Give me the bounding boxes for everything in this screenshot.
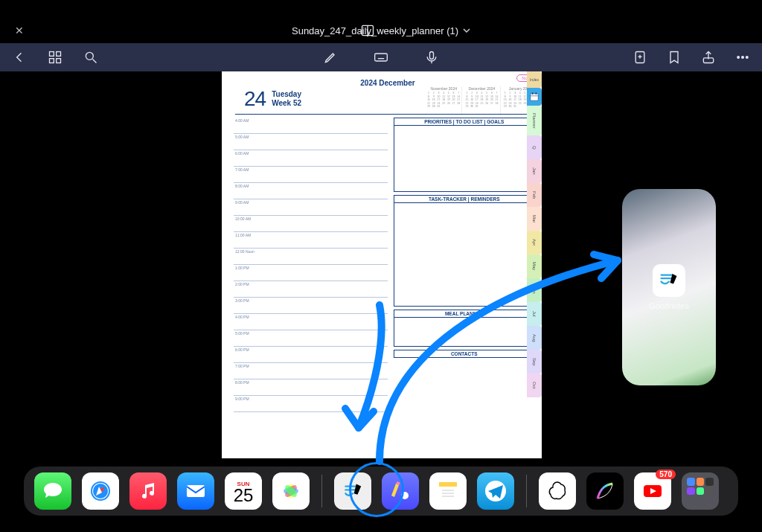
meal-panel[interactable]: MEAL PLANNER — [394, 310, 534, 347]
search-button[interactable] — [83, 50, 98, 65]
hourly-schedule[interactable]: 4:00 AM5:00 AM6:00 AM7:00 AM8:00 AM9:00 … — [234, 118, 388, 446]
svg-point-20 — [737, 57, 740, 59]
panel-title: TASK-TRACKER | REMINDERS — [394, 196, 534, 203]
hour-row[interactable]: 10:00 AM — [234, 216, 388, 232]
hour-row[interactable]: 7:00 PM — [234, 363, 388, 379]
chevron-down-icon — [463, 27, 470, 34]
screen: ✕ Sunday_247_daily_weekly_planner (1) — [0, 0, 762, 532]
tab-month[interactable]: Jan — [527, 159, 542, 183]
svg-rect-4 — [50, 59, 54, 63]
app-safari[interactable] — [82, 472, 119, 510]
share-button[interactable] — [701, 50, 716, 65]
app-telegram[interactable] — [477, 472, 514, 510]
week-label: Week 52 — [272, 99, 301, 108]
keyboard-button[interactable] — [374, 50, 388, 65]
tab-bar: ✕ Sunday_247_daily_weekly_planner (1) — [0, 19, 762, 42]
panel-title: CONTACTS — [394, 350, 534, 357]
hour-row[interactable]: 5:00 PM — [234, 330, 388, 347]
app-music[interactable] — [129, 472, 167, 510]
svg-rect-23 — [531, 94, 539, 100]
more-button[interactable] — [735, 50, 750, 65]
tab-planner[interactable]: Planner — [527, 106, 542, 135]
bookmark-button[interactable] — [667, 50, 682, 65]
svg-rect-5 — [57, 59, 61, 63]
tab-month[interactable]: Apr — [527, 231, 542, 254]
split-view-icon[interactable] — [360, 23, 375, 38]
page-header: 2024 December 24 Tuesday Week 52 — [229, 74, 539, 112]
thumbnails-button[interactable] — [48, 50, 63, 65]
phone-app-label: Goodnotes — [649, 301, 689, 310]
planner-page[interactable]: Notes November 2024123456789101112131415… — [222, 71, 542, 458]
svg-point-35 — [401, 492, 409, 499]
app-notability[interactable] — [382, 472, 419, 510]
tab-month[interactable]: Q — [527, 135, 542, 159]
document-title: Sunday_247_daily_weekly_planner (1) — [292, 25, 458, 36]
app-youtube[interactable]: 570 — [634, 472, 671, 510]
app-chatgpt[interactable] — [539, 472, 576, 510]
tab-month[interactable]: Feb — [527, 183, 542, 207]
tab-month[interactable]: Aug — [527, 326, 542, 350]
hour-row[interactable]: 4:00 AM — [234, 118, 388, 134]
mic-button[interactable] — [424, 50, 439, 65]
svg-point-6 — [86, 52, 93, 60]
hour-row[interactable]: 7:00 AM — [234, 167, 388, 183]
tab-month[interactable]: Jul — [527, 302, 542, 326]
app-mail[interactable] — [177, 472, 214, 510]
hour-row[interactable]: 8:00 PM — [234, 379, 388, 396]
svg-rect-30 — [187, 485, 205, 497]
hour-row[interactable]: 3:00 PM — [234, 298, 388, 314]
svg-rect-3 — [57, 52, 61, 57]
tab-today[interactable] — [527, 88, 542, 106]
tab-month[interactable]: May — [527, 254, 542, 278]
app-calendar[interactable]: SUN 25 — [225, 472, 262, 510]
hour-row[interactable]: 9:00 AM — [234, 199, 388, 216]
app-messages[interactable] — [34, 472, 71, 510]
svg-rect-36 — [439, 482, 457, 487]
dock-separator — [526, 475, 527, 507]
add-page-button[interactable] — [633, 50, 647, 65]
contacts-panel[interactable]: CONTACTS — [394, 350, 534, 358]
document-tab[interactable]: Sunday_247_daily_weekly_planner (1) — [292, 25, 470, 36]
priorities-panel[interactable]: PRIORITIES | TO DO LIST | GOALS — [394, 118, 534, 192]
calendar-day-number: 25 — [234, 487, 254, 504]
day-number: 24 — [244, 87, 266, 111]
app-notes[interactable] — [429, 472, 467, 510]
svg-rect-14 — [430, 52, 434, 60]
hour-row[interactable]: 1:00 PM — [234, 265, 388, 281]
tab-month[interactable]: Sep — [527, 350, 542, 374]
tab-month[interactable]: Oct — [527, 374, 542, 397]
close-tab-button[interactable]: ✕ — [15, 25, 24, 36]
toolbar — [0, 43, 762, 71]
svg-point-22 — [746, 57, 749, 59]
hour-row[interactable]: 8:00 AM — [234, 183, 388, 199]
app-folder[interactable] — [682, 472, 719, 510]
svg-line-7 — [93, 60, 97, 63]
back-button[interactable] — [12, 50, 27, 65]
hour-row[interactable]: 9:00 PM — [234, 396, 388, 412]
svg-rect-2 — [50, 52, 54, 57]
panel-title: MEAL PLANNER — [394, 310, 534, 318]
hour-row[interactable]: 12:00 Noon — [234, 249, 388, 265]
dock: SUN 25 570 — [24, 467, 738, 516]
iphone-preview[interactable]: Goodnotes — [622, 189, 716, 385]
tab-month[interactable]: Jun — [527, 278, 542, 302]
hour-row[interactable]: 6:00 AM — [234, 150, 388, 167]
app-photos[interactable] — [272, 472, 310, 510]
month-year-label: 2024 December — [237, 79, 539, 87]
tab-index[interactable]: Index — [527, 71, 542, 88]
app-goodnotes[interactable] — [334, 472, 371, 510]
dock-separator — [321, 475, 322, 507]
app-procreate[interactable] — [586, 472, 624, 510]
hour-row[interactable]: 5:00 AM — [234, 134, 388, 150]
svg-point-21 — [742, 57, 744, 59]
hour-row[interactable]: 11:00 AM — [234, 232, 388, 249]
hour-row[interactable]: 6:00 PM — [234, 347, 388, 363]
tab-month[interactable]: Mar — [527, 207, 542, 231]
side-tabs: Index Planner QJanFebMarAprMayJunJulAugS… — [527, 71, 542, 397]
hour-row[interactable]: 2:00 PM — [234, 281, 388, 298]
hour-row[interactable]: 4:00 PM — [234, 314, 388, 330]
goodnotes-app-icon — [653, 264, 685, 297]
panel-title: PRIORITIES | TO DO LIST | GOALS — [394, 118, 534, 126]
tracker-panel[interactable]: TASK-TRACKER | REMINDERS — [394, 195, 534, 307]
pen-tool-button[interactable] — [323, 50, 338, 65]
